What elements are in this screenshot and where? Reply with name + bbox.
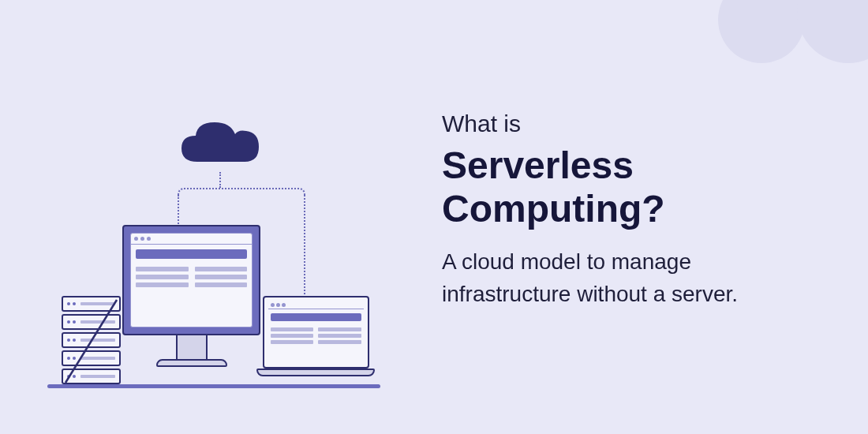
title-text: Serverless Computing? <box>442 144 821 230</box>
content-bar <box>195 275 248 279</box>
subtitle-text: A cloud model to manage infrastructure w… <box>442 246 821 310</box>
window-control-dot <box>271 303 275 307</box>
window-control-dot <box>140 237 144 241</box>
laptop <box>256 296 375 387</box>
cloud-icon <box>174 118 268 174</box>
connection-line-left <box>178 195 179 226</box>
content-bar <box>318 340 361 344</box>
content-bar <box>271 327 314 331</box>
laptop-window-body <box>268 309 364 363</box>
server-unit <box>62 369 121 384</box>
window-body <box>131 245 252 327</box>
text-content: What is Serverless Computing? A cloud mo… <box>442 110 821 311</box>
monitor-stand <box>176 335 208 359</box>
content-bar <box>136 249 247 259</box>
server-stack <box>62 296 121 387</box>
decoration-circle-1 <box>718 0 805 63</box>
monitor-window <box>130 233 253 327</box>
connection-line-right <box>304 195 305 297</box>
monitor-screen <box>122 225 260 335</box>
content-bar <box>271 334 314 338</box>
server-unit <box>62 296 121 312</box>
connection-line-main <box>219 172 221 188</box>
content-bar <box>136 275 189 279</box>
eyebrow-text: What is <box>442 110 821 137</box>
window-header <box>131 234 252 245</box>
content-bar <box>271 313 361 321</box>
laptop-window-header <box>268 301 364 309</box>
content-bar <box>318 334 361 338</box>
server-unit <box>62 350 121 366</box>
window-control-dot <box>134 237 138 241</box>
window-control-dot <box>147 237 151 241</box>
connection-line-horizontal <box>178 188 305 196</box>
content-bar <box>195 282 248 287</box>
laptop-screen <box>263 296 369 369</box>
window-control-dot <box>282 303 286 307</box>
illustration-group <box>47 118 395 418</box>
content-bar <box>136 267 189 271</box>
server-unit <box>62 314 121 330</box>
content-bar <box>318 327 361 331</box>
monitor-base <box>156 359 227 367</box>
decoration-circle-2 <box>797 0 868 63</box>
desktop-monitor <box>122 225 260 383</box>
window-control-dot <box>276 303 280 307</box>
server-unit <box>62 332 121 348</box>
content-bar <box>195 267 248 271</box>
content-bar <box>271 340 314 344</box>
ground-line <box>47 384 380 388</box>
content-bar <box>136 282 189 287</box>
laptop-base <box>256 369 375 376</box>
